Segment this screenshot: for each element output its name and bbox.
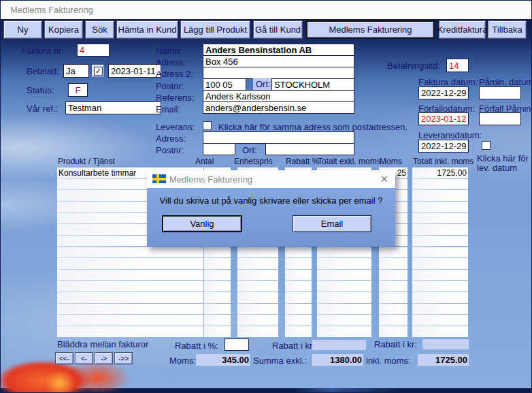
referens-input[interactable]: Anders Karlsson — [203, 90, 354, 102]
nav-last-button[interactable]: ->> — [114, 352, 133, 364]
dialog-message: Vill du skriva ut på vanlig skrivare ell… — [147, 195, 395, 206]
rabatt-kr-field-2 — [422, 339, 469, 349]
betalningstid-label: Betalningstid: — [387, 61, 440, 71]
toolbar-button-ny[interactable]: Ny — [3, 20, 42, 39]
betalad-datum-input[interactable]: 2023-01-11 — [108, 64, 161, 78]
pamin-datum-label: Påmin. datum: — [479, 77, 532, 87]
inkl-moms-label: inkl. moms: — [366, 356, 411, 366]
rabatt-kr-label-1: Rabatt i kr: — [272, 341, 315, 351]
ort-label: Ort: — [253, 78, 273, 90]
moms-label: Moms: — [169, 356, 196, 366]
betalad-label: Betalad: — [27, 66, 59, 76]
summa-exkl-label: Summa exkl.: — [253, 356, 307, 366]
print-dialog: Medlems Fakturering ✕ Vill du skriva ut … — [147, 170, 395, 247]
moms-total-field: 345.00 — [196, 354, 250, 366]
pamin-datum-input[interactable] — [479, 87, 521, 99]
nav-prev-button[interactable]: <- — [75, 352, 93, 364]
email-input[interactable]: anders@andersbensin.se — [203, 101, 354, 114]
toolbar-button-sok[interactable]: Sök — [85, 20, 114, 39]
row1-totalt-inkl-cell[interactable]: 1725.00 — [412, 168, 467, 178]
vanlig-button[interactable]: Vanlig — [162, 215, 242, 232]
browse-label: Bläddra mellan fakturor — [57, 339, 148, 349]
rabatt-kr-label-2: Rabatt i kr: — [374, 339, 417, 349]
close-icon[interactable]: ✕ — [380, 173, 388, 185]
faktura-datum-input[interactable]: 2022-12-29 — [418, 87, 469, 99]
lev-datum-checkbox[interactable] — [482, 141, 491, 150]
dialog-titlebar: Medlems Fakturering ✕ — [147, 170, 395, 188]
rabatt-pct-input[interactable] — [225, 339, 249, 351]
window-titlebar: Medlems Fakturering — [1, 1, 531, 19]
toolbar-button-hamta-in-kund[interactable]: Hämta in Kund — [116, 20, 178, 39]
table-header-antal: Antal — [195, 157, 214, 166]
nav-next-button[interactable]: -> — [95, 352, 113, 364]
faktura-nr-label: Faktura nr: — [21, 46, 64, 56]
inkl-moms-field: 1725.00 — [418, 354, 469, 366]
leveransdatum-input[interactable]: 2022-12-29 — [418, 140, 469, 153]
adress-input[interactable]: Box 456 — [203, 55, 354, 67]
window-title: Medlems Fakturering — [10, 5, 93, 15]
adress-label: Adress: — [156, 57, 186, 67]
lev-datum-hint-2: lev. datum — [477, 163, 517, 173]
adress2-input[interactable] — [203, 67, 354, 79]
toolbar-button-ga-till-kund[interactable]: Gå till Kund — [253, 20, 303, 39]
toolbar-button-kreditfaktura[interactable]: Kreditfaktura — [439, 20, 486, 39]
email-button[interactable]: Email — [293, 215, 371, 232]
email-label: Email: — [156, 104, 180, 114]
wallpaper-flower — [0, 360, 138, 393]
faktura-nr-input[interactable]: 4 — [77, 44, 110, 57]
postnr-input[interactable]: 100 05 — [203, 78, 246, 91]
summa-exkl-field: 1380.00 — [312, 354, 363, 366]
forfallodatum-input[interactable]: 2023-01-12 — [418, 112, 469, 125]
leveransdatum-label: Leveransdatum: — [418, 130, 482, 140]
table-header-totalt-exkl: Totalt exkl. moms — [318, 157, 381, 166]
referens-label: Referens: — [156, 93, 194, 103]
leverans-same-address-checkbox[interactable] — [203, 121, 212, 130]
namn-input[interactable]: Anders Bensinstation AB — [203, 44, 354, 56]
toolbar-button-medlems-fakturering[interactable]: Medlems Fakturering — [306, 20, 435, 39]
betalad-checkbox[interactable]: ✓ — [94, 67, 103, 76]
table-column-totalt-inkl[interactable] — [412, 167, 468, 337]
leverans-label: Leverans: — [156, 122, 195, 132]
lev-datum-hint-1: Klicka här för — [477, 153, 529, 163]
betalningstid-input[interactable]: 14 — [446, 59, 469, 72]
forfall-pamin-input[interactable] — [479, 112, 521, 125]
ort-input[interactable]: STOCKHOLM — [271, 78, 354, 91]
table-header-totalt-inkl: Totalt inkl. moms — [413, 157, 473, 166]
status-input[interactable]: F — [68, 83, 88, 97]
nav-first-button[interactable]: <<- — [55, 352, 73, 364]
toolbar-button-kopiera[interactable]: Kopiera — [44, 20, 83, 39]
dialog-body: Vill du skriva ut på vanlig skrivare ell… — [147, 188, 395, 247]
namn-label: Namn: — [156, 46, 182, 56]
rabatt-pct-label: Rabatt i %: — [175, 341, 218, 351]
leverans-adress-input[interactable] — [203, 131, 354, 144]
postnr-label: Postnr: — [156, 81, 184, 91]
swedish-flag-icon — [152, 174, 166, 183]
leverans-ort-input[interactable] — [265, 143, 354, 155]
leverans-ort-label: Ort: — [242, 145, 257, 155]
adress2-label: Adress 2: — [156, 69, 193, 79]
status-label: Status: — [27, 85, 54, 95]
table-header-rabatt: Rabatt % — [286, 157, 319, 166]
toolbar-button-tillbaka[interactable]: Tillbaka — [488, 20, 527, 39]
leverans-postnr-input[interactable] — [203, 143, 235, 155]
var-ref-label: Vår ref.: — [27, 104, 58, 114]
faktura-datum-label: Faktura datum: — [418, 77, 478, 87]
table-header-produkt: Produkt / Tjänst — [58, 157, 115, 166]
table-header-moms: Moms — [380, 157, 402, 166]
var-ref-input[interactable]: Testman — [65, 101, 161, 114]
rabatt-kr-field-1 — [312, 340, 366, 350]
app-window: Medlems Fakturering Ny Kopiera Sök Hämta… — [0, 0, 532, 393]
leverans-postnr-label: Postnr: — [156, 145, 184, 155]
leverans-adress-label: Adress: — [156, 133, 186, 144]
toolbar-button-lagg-till-produkt[interactable]: Lägg till Produkt — [180, 20, 250, 39]
table-header-enhetspris: Enhetspris — [234, 157, 273, 166]
leverans-same-address-text: Klicka här för samma adress som postadre… — [218, 122, 408, 132]
dialog-title: Medlems Fakturering — [169, 174, 252, 185]
betalad-input[interactable]: Ja — [63, 64, 89, 78]
